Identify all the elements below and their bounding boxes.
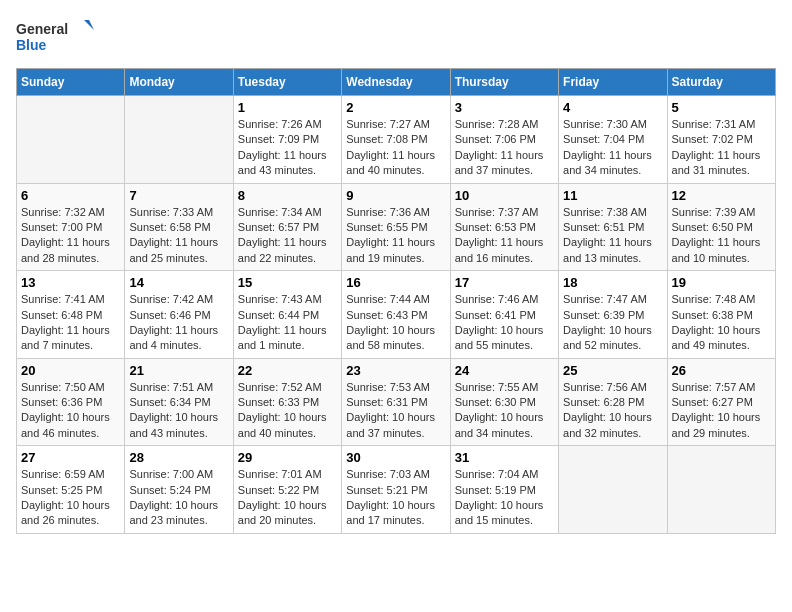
calendar-cell: 24Sunrise: 7:55 AMSunset: 6:30 PMDayligh…	[450, 358, 558, 446]
weekday-header: Wednesday	[342, 69, 450, 96]
calendar-cell: 11Sunrise: 7:38 AMSunset: 6:51 PMDayligh…	[559, 183, 667, 271]
weekday-header: Monday	[125, 69, 233, 96]
calendar-cell: 22Sunrise: 7:52 AMSunset: 6:33 PMDayligh…	[233, 358, 341, 446]
calendar-cell	[667, 446, 775, 534]
page-header: General Blue	[16, 16, 776, 56]
day-number: 9	[346, 188, 445, 203]
day-info: Sunrise: 7:41 AMSunset: 6:48 PMDaylight:…	[21, 292, 120, 354]
calendar-cell: 1Sunrise: 7:26 AMSunset: 7:09 PMDaylight…	[233, 96, 341, 184]
day-number: 12	[672, 188, 771, 203]
day-info: Sunrise: 7:32 AMSunset: 7:00 PMDaylight:…	[21, 205, 120, 267]
day-info: Sunrise: 7:43 AMSunset: 6:44 PMDaylight:…	[238, 292, 337, 354]
day-number: 13	[21, 275, 120, 290]
calendar-cell: 10Sunrise: 7:37 AMSunset: 6:53 PMDayligh…	[450, 183, 558, 271]
day-number: 25	[563, 363, 662, 378]
day-info: Sunrise: 7:55 AMSunset: 6:30 PMDaylight:…	[455, 380, 554, 442]
day-number: 29	[238, 450, 337, 465]
logo-svg: General Blue	[16, 16, 106, 56]
calendar-cell: 2Sunrise: 7:27 AMSunset: 7:08 PMDaylight…	[342, 96, 450, 184]
weekday-header: Sunday	[17, 69, 125, 96]
day-number: 27	[21, 450, 120, 465]
day-number: 18	[563, 275, 662, 290]
day-number: 30	[346, 450, 445, 465]
day-number: 8	[238, 188, 337, 203]
calendar-week-row: 27Sunrise: 6:59 AMSunset: 5:25 PMDayligh…	[17, 446, 776, 534]
day-info: Sunrise: 7:57 AMSunset: 6:27 PMDaylight:…	[672, 380, 771, 442]
day-info: Sunrise: 7:26 AMSunset: 7:09 PMDaylight:…	[238, 117, 337, 179]
day-number: 6	[21, 188, 120, 203]
day-info: Sunrise: 7:36 AMSunset: 6:55 PMDaylight:…	[346, 205, 445, 267]
calendar-cell: 29Sunrise: 7:01 AMSunset: 5:22 PMDayligh…	[233, 446, 341, 534]
calendar-cell: 25Sunrise: 7:56 AMSunset: 6:28 PMDayligh…	[559, 358, 667, 446]
day-number: 10	[455, 188, 554, 203]
day-number: 2	[346, 100, 445, 115]
calendar-cell: 28Sunrise: 7:00 AMSunset: 5:24 PMDayligh…	[125, 446, 233, 534]
day-info: Sunrise: 7:53 AMSunset: 6:31 PMDaylight:…	[346, 380, 445, 442]
day-info: Sunrise: 7:37 AMSunset: 6:53 PMDaylight:…	[455, 205, 554, 267]
day-info: Sunrise: 7:46 AMSunset: 6:41 PMDaylight:…	[455, 292, 554, 354]
day-number: 15	[238, 275, 337, 290]
calendar-cell: 27Sunrise: 6:59 AMSunset: 5:25 PMDayligh…	[17, 446, 125, 534]
day-info: Sunrise: 7:52 AMSunset: 6:33 PMDaylight:…	[238, 380, 337, 442]
svg-text:Blue: Blue	[16, 37, 47, 53]
day-number: 21	[129, 363, 228, 378]
calendar-cell: 17Sunrise: 7:46 AMSunset: 6:41 PMDayligh…	[450, 271, 558, 359]
calendar-cell: 12Sunrise: 7:39 AMSunset: 6:50 PMDayligh…	[667, 183, 775, 271]
day-number: 1	[238, 100, 337, 115]
calendar-cell	[559, 446, 667, 534]
calendar-cell	[125, 96, 233, 184]
day-number: 23	[346, 363, 445, 378]
day-info: Sunrise: 7:42 AMSunset: 6:46 PMDaylight:…	[129, 292, 228, 354]
calendar-cell: 15Sunrise: 7:43 AMSunset: 6:44 PMDayligh…	[233, 271, 341, 359]
day-info: Sunrise: 7:38 AMSunset: 6:51 PMDaylight:…	[563, 205, 662, 267]
day-info: Sunrise: 7:44 AMSunset: 6:43 PMDaylight:…	[346, 292, 445, 354]
day-info: Sunrise: 7:28 AMSunset: 7:06 PMDaylight:…	[455, 117, 554, 179]
day-number: 31	[455, 450, 554, 465]
svg-text:General: General	[16, 21, 68, 37]
day-info: Sunrise: 7:33 AMSunset: 6:58 PMDaylight:…	[129, 205, 228, 267]
calendar-cell: 23Sunrise: 7:53 AMSunset: 6:31 PMDayligh…	[342, 358, 450, 446]
day-number: 24	[455, 363, 554, 378]
calendar-cell: 16Sunrise: 7:44 AMSunset: 6:43 PMDayligh…	[342, 271, 450, 359]
calendar-cell: 9Sunrise: 7:36 AMSunset: 6:55 PMDaylight…	[342, 183, 450, 271]
calendar-cell: 31Sunrise: 7:04 AMSunset: 5:19 PMDayligh…	[450, 446, 558, 534]
day-number: 26	[672, 363, 771, 378]
day-info: Sunrise: 7:34 AMSunset: 6:57 PMDaylight:…	[238, 205, 337, 267]
weekday-header: Thursday	[450, 69, 558, 96]
day-number: 17	[455, 275, 554, 290]
day-number: 22	[238, 363, 337, 378]
calendar-cell: 30Sunrise: 7:03 AMSunset: 5:21 PMDayligh…	[342, 446, 450, 534]
calendar-cell: 21Sunrise: 7:51 AMSunset: 6:34 PMDayligh…	[125, 358, 233, 446]
calendar-cell: 20Sunrise: 7:50 AMSunset: 6:36 PMDayligh…	[17, 358, 125, 446]
calendar-table: SundayMondayTuesdayWednesdayThursdayFrid…	[16, 68, 776, 534]
day-number: 7	[129, 188, 228, 203]
calendar-cell: 26Sunrise: 7:57 AMSunset: 6:27 PMDayligh…	[667, 358, 775, 446]
calendar-cell: 8Sunrise: 7:34 AMSunset: 6:57 PMDaylight…	[233, 183, 341, 271]
day-number: 14	[129, 275, 228, 290]
calendar-cell: 3Sunrise: 7:28 AMSunset: 7:06 PMDaylight…	[450, 96, 558, 184]
calendar-cell: 4Sunrise: 7:30 AMSunset: 7:04 PMDaylight…	[559, 96, 667, 184]
calendar-week-row: 20Sunrise: 7:50 AMSunset: 6:36 PMDayligh…	[17, 358, 776, 446]
day-info: Sunrise: 7:00 AMSunset: 5:24 PMDaylight:…	[129, 467, 228, 529]
day-info: Sunrise: 7:48 AMSunset: 6:38 PMDaylight:…	[672, 292, 771, 354]
day-number: 5	[672, 100, 771, 115]
calendar-cell: 18Sunrise: 7:47 AMSunset: 6:39 PMDayligh…	[559, 271, 667, 359]
day-number: 28	[129, 450, 228, 465]
calendar-cell: 19Sunrise: 7:48 AMSunset: 6:38 PMDayligh…	[667, 271, 775, 359]
calendar-week-row: 13Sunrise: 7:41 AMSunset: 6:48 PMDayligh…	[17, 271, 776, 359]
day-number: 16	[346, 275, 445, 290]
day-info: Sunrise: 7:51 AMSunset: 6:34 PMDaylight:…	[129, 380, 228, 442]
calendar-cell: 7Sunrise: 7:33 AMSunset: 6:58 PMDaylight…	[125, 183, 233, 271]
calendar-cell	[17, 96, 125, 184]
day-info: Sunrise: 7:56 AMSunset: 6:28 PMDaylight:…	[563, 380, 662, 442]
day-number: 20	[21, 363, 120, 378]
calendar-week-row: 1Sunrise: 7:26 AMSunset: 7:09 PMDaylight…	[17, 96, 776, 184]
day-info: Sunrise: 7:27 AMSunset: 7:08 PMDaylight:…	[346, 117, 445, 179]
day-info: Sunrise: 7:04 AMSunset: 5:19 PMDaylight:…	[455, 467, 554, 529]
weekday-header: Tuesday	[233, 69, 341, 96]
day-number: 4	[563, 100, 662, 115]
day-info: Sunrise: 7:50 AMSunset: 6:36 PMDaylight:…	[21, 380, 120, 442]
day-number: 3	[455, 100, 554, 115]
day-info: Sunrise: 7:47 AMSunset: 6:39 PMDaylight:…	[563, 292, 662, 354]
calendar-cell: 6Sunrise: 7:32 AMSunset: 7:00 PMDaylight…	[17, 183, 125, 271]
